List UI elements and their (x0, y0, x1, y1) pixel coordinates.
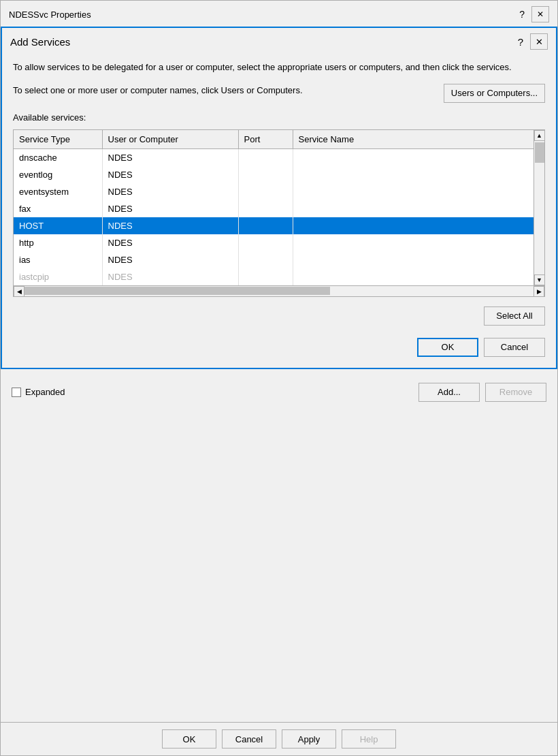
table-row[interactable]: iastcpip NDES (14, 268, 534, 285)
expanded-label: Expanded (25, 387, 65, 397)
cell-name (293, 251, 534, 268)
cell-port (238, 234, 293, 251)
description-2: To select one or more user or computer n… (13, 84, 436, 97)
outer-action-buttons: Add... Remove (419, 383, 546, 402)
cell-port (238, 148, 293, 166)
outer-window-title: NDESSvc Properties (9, 10, 91, 20)
outer-close-button[interactable]: ✕ (531, 6, 549, 22)
inner-dialog-title: Add Services (10, 36, 70, 48)
header-user-computer: User or Computer (102, 130, 238, 149)
table-row[interactable]: fax NDES (14, 200, 534, 217)
cell-computer: NDES (102, 234, 238, 251)
vscroll-down-arrow[interactable]: ▼ (534, 274, 545, 285)
inner-close-button[interactable]: ✕ (530, 33, 548, 50)
cell-port (238, 166, 293, 183)
inner-body: To allow services to be delegated for a … (2, 54, 556, 368)
table-inner: Service Type User or Computer Port Servi… (14, 130, 534, 285)
hscroll-right-arrow[interactable]: ▶ (534, 286, 544, 297)
remove-button[interactable]: Remove (485, 383, 546, 402)
add-button[interactable]: Add... (419, 383, 480, 402)
available-services-label: Available services: (13, 112, 545, 123)
cell-computer: NDES (102, 148, 238, 166)
inner-help-icon[interactable]: ? (514, 35, 527, 49)
description-1: To allow services to be delegated for a … (13, 61, 545, 74)
cell-type: eventsystem (14, 183, 102, 200)
cell-computer: NDES (102, 268, 238, 285)
inner-cancel-button[interactable]: Cancel (484, 338, 545, 357)
table-row[interactable]: http NDES (14, 234, 534, 251)
cell-computer: NDES (102, 217, 238, 234)
table-row[interactable]: ias NDES (14, 251, 534, 268)
inner-dialog: Add Services ? ✕ To allow services to be… (1, 27, 557, 369)
cell-name (293, 234, 534, 251)
cell-port (238, 268, 293, 285)
table-row-selected[interactable]: HOST NDES (14, 217, 534, 234)
inner-titlebar-controls: ? ✕ (514, 33, 548, 50)
cell-port (238, 200, 293, 217)
cell-computer: NDES (102, 200, 238, 217)
vertical-scrollbar[interactable]: ▲ ▼ (534, 130, 544, 285)
table-header: Service Type User or Computer Port Servi… (14, 130, 534, 149)
hscroll-track[interactable] (24, 286, 534, 296)
cell-name (293, 268, 534, 285)
hscroll-thumb[interactable] (24, 287, 330, 295)
cell-name (293, 200, 534, 217)
table-row[interactable]: eventlog NDES (14, 166, 534, 183)
cell-type: ias (14, 251, 102, 268)
cell-type: fax (14, 200, 102, 217)
cell-port (238, 217, 293, 234)
bottom-apply-button[interactable]: Apply (282, 729, 336, 749)
select-all-button[interactable]: Select All (484, 306, 545, 326)
cell-type: eventlog (14, 166, 102, 183)
inner-titlebar: Add Services ? ✕ (2, 28, 556, 54)
services-table: Service Type User or Computer Port Servi… (14, 130, 534, 285)
expanded-row: Expanded (12, 387, 65, 397)
users-or-computers-button[interactable]: Users or Computers... (444, 84, 545, 103)
cell-name (293, 148, 534, 166)
header-service-name: Service Name (293, 130, 534, 149)
outer-bottom: Expanded Add... Remove (1, 377, 557, 407)
cell-computer: NDES (102, 166, 238, 183)
table-row[interactable]: eventsystem NDES (14, 183, 534, 200)
cell-type: HOST (14, 217, 102, 234)
table-row[interactable]: dnscache NDES (14, 148, 534, 166)
outer-help-icon[interactable]: ? (515, 7, 529, 21)
users-row: To select one or more user or computer n… (13, 84, 545, 103)
cell-port (238, 183, 293, 200)
cell-port (238, 251, 293, 268)
header-service-type: Service Type (14, 130, 102, 149)
outer-titlebar: NDESSvc Properties ? ✕ (1, 1, 557, 27)
table-body: dnscache NDES eventlog NDES (14, 148, 534, 285)
bottom-bar: OK Cancel Apply Help (1, 722, 557, 755)
bottom-cancel-button[interactable]: Cancel (222, 729, 276, 749)
cell-type: iastcpip (14, 268, 102, 285)
cell-name (293, 166, 534, 183)
cell-type: http (14, 234, 102, 251)
inner-dialog-buttons: OK Cancel (13, 338, 545, 357)
hscroll-left-arrow[interactable]: ◀ (14, 286, 24, 297)
spacer (1, 407, 557, 723)
bottom-help-button[interactable]: Help (342, 729, 396, 749)
horizontal-scrollbar[interactable]: ◀ ▶ (14, 285, 544, 296)
table-wrapper: Service Type User or Computer Port Servi… (13, 129, 545, 297)
outer-window: NDESSvc Properties ? ✕ Add Services ? ✕ … (0, 0, 558, 756)
cell-computer: NDES (102, 183, 238, 200)
table-and-vscroll: Service Type User or Computer Port Servi… (14, 130, 544, 285)
bottom-ok-button[interactable]: OK (162, 729, 216, 749)
vscroll-up-arrow[interactable]: ▲ (534, 130, 545, 141)
cell-name (293, 183, 534, 200)
cell-computer: NDES (102, 251, 238, 268)
cell-name (293, 217, 534, 234)
expanded-checkbox[interactable] (12, 388, 21, 397)
select-all-row: Select All (13, 306, 545, 326)
header-port: Port (238, 130, 293, 149)
cell-type: dnscache (14, 148, 102, 166)
vscroll-thumb[interactable] (535, 142, 544, 163)
outer-titlebar-controls: ? ✕ (515, 6, 549, 22)
inner-ok-button[interactable]: OK (417, 338, 478, 357)
